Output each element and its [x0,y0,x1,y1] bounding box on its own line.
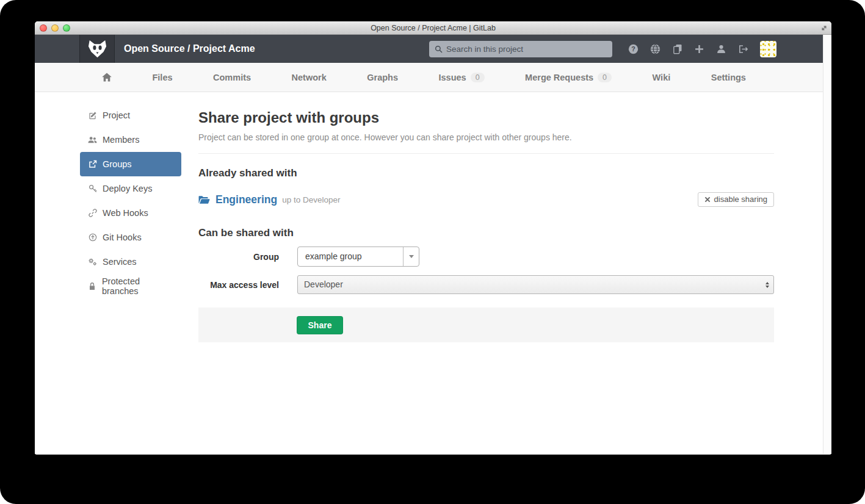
browser-window: Open Source / Project Acme | GitLab Open… [35,21,831,455]
search-input[interactable] [446,45,607,54]
snippets-icon[interactable] [672,44,682,54]
access-form-row: Max access level Developer [198,275,774,294]
nav-item-network[interactable]: Network [292,73,327,82]
gitlab-fox-icon [87,40,107,59]
traffic-lights [40,24,70,32]
disable-sharing-button[interactable]: disable sharing [698,192,774,207]
nav-item-merge-requests[interactable]: Merge Requests 0 [525,73,612,82]
sidebar-item-project[interactable]: Project [80,103,181,128]
svg-text:?: ? [631,45,635,52]
minimize-window-button[interactable] [51,24,59,32]
issues-count-badge: 0 [471,73,485,82]
sidebar-item-members[interactable]: Members [80,128,181,152]
lock-icon [88,282,96,290]
search-icon [435,45,443,53]
sidebar-item-git-hooks[interactable]: Git Hooks [80,225,181,250]
gitlab-logo[interactable] [79,35,115,63]
header-project-title: Open Source / Project Acme [124,43,255,54]
scrollbar[interactable] [823,35,831,454]
window-title: Open Source / Project Acme | GitLab [35,24,831,32]
page-description: Project can be stored in one group at on… [198,132,774,142]
nav-item-issues[interactable]: Issues 0 [439,73,485,82]
link-icon [88,209,97,217]
share-project-panel: Share project with groups Project can be… [198,92,774,342]
shared-access-note: up to Developer [282,195,340,204]
content-area: Project Members Groups [35,92,831,454]
folder-open-icon [198,195,210,204]
header-icon-group: ? [628,44,748,54]
zoom-window-button[interactable] [63,24,70,32]
sidebar-item-web-hooks[interactable]: Web Hooks [80,201,181,225]
select-spinner-icon [765,276,769,293]
fullscreen-icon[interactable] [820,24,828,32]
users-icon [88,135,97,144]
new-project-icon[interactable] [694,44,704,54]
already-shared-heading: Already shared with [198,167,774,179]
nav-item-home[interactable] [102,73,112,82]
globe-icon[interactable] [650,44,661,54]
search-box [429,41,612,57]
chevron-down-icon [403,247,419,266]
user-avatar[interactable] [760,41,776,57]
share-icon [88,160,97,168]
shared-group-row: Engineering up to Developer disable shar… [198,189,774,210]
git-hook-icon [88,233,97,242]
project-nav: Files Commits Network Graphs Issues 0 Me… [35,63,831,92]
sidebar-item-deploy-keys[interactable]: Deploy Keys [80,176,181,201]
nav-item-commits[interactable]: Commits [213,73,251,82]
desktop-background: Open Source / Project Acme | GitLab Open… [0,0,865,504]
home-icon [102,73,112,82]
nav-item-graphs[interactable]: Graphs [367,73,398,82]
can-be-shared-heading: Can be shared with [198,227,774,239]
profile-icon[interactable] [716,44,726,54]
group-label: Group [198,252,279,262]
app-header: Open Source / Project Acme ? [35,35,831,63]
logout-icon[interactable] [738,44,748,54]
divider [198,153,774,154]
nav-item-files[interactable]: Files [152,73,172,82]
nav-item-settings[interactable]: Settings [711,73,746,82]
help-icon[interactable]: ? [628,44,639,54]
sidebar-item-groups[interactable]: Groups [80,152,181,176]
page-title: Share project with groups [198,109,774,126]
group-form-row: Group example group [198,247,774,267]
merge-requests-count-badge: 0 [598,73,612,82]
gears-icon [88,257,97,266]
sidebar-item-protected-branches[interactable]: Protected branches [80,274,181,298]
sidebar-item-services[interactable]: Services [80,250,181,274]
max-access-select[interactable]: Developer [297,275,774,294]
x-icon [704,196,711,203]
window-titlebar: Open Source / Project Acme | GitLab [35,21,831,35]
max-access-label: Max access level [198,280,279,290]
form-actions-bar: Share [198,308,774,342]
settings-sidebar: Project Members Groups [80,103,181,298]
shared-group-link[interactable]: Engineering [215,193,277,206]
group-select[interactable]: example group [297,247,419,267]
share-button[interactable]: Share [297,316,343,334]
key-icon [88,184,97,193]
edit-icon [88,111,97,120]
close-window-button[interactable] [40,24,47,32]
nav-item-wiki[interactable]: Wiki [653,73,671,82]
